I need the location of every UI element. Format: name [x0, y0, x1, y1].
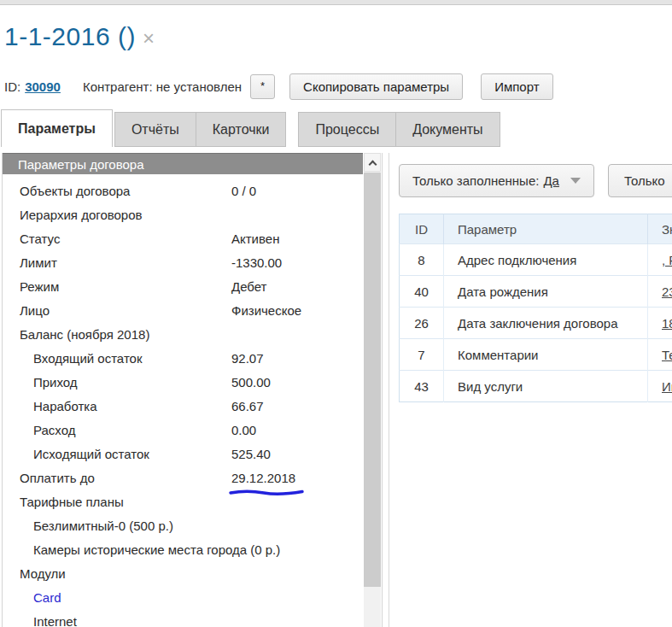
- param-label: Internet: [33, 610, 77, 627]
- param-row[interactable]: ЛицоФизическое: [3, 299, 382, 323]
- param-row[interactable]: Приход500.00: [3, 371, 382, 395]
- cell-value: Ин: [648, 371, 672, 402]
- cell-param: Дата рождения: [444, 276, 648, 308]
- cell-id: 7: [400, 339, 444, 371]
- cell-id: 40: [400, 276, 444, 308]
- col-header-id[interactable]: ID: [400, 214, 444, 244]
- scrollbar-thumb[interactable]: [364, 173, 381, 587]
- contract-page: 1-1-2016 () × ID: 30090 Контрагент: не у…: [0, 0, 672, 627]
- param-row[interactable]: Тарифные планы: [3, 490, 382, 514]
- param-row[interactable]: Иерархия договоров: [3, 203, 382, 227]
- param-value: 66.67: [231, 395, 264, 419]
- param-row[interactable]: Входящий остаток92.07: [3, 347, 382, 371]
- param-row[interactable]: Исходящий остаток525.40: [3, 442, 382, 466]
- chevron-up-icon: [368, 160, 377, 168]
- param-row[interactable]: Камеры исторические места города (0 р.): [3, 538, 382, 562]
- cell-value: Те: [648, 339, 672, 371]
- param-value: 500.00: [231, 371, 271, 395]
- tab-4[interactable]: Процессы: [298, 112, 396, 147]
- param-label: Камеры исторические места города (0 р.): [33, 538, 280, 562]
- cell-id: 8: [400, 244, 444, 276]
- close-icon[interactable]: ×: [143, 26, 155, 50]
- param-label: Расход: [33, 419, 75, 442]
- param-label: Лицо: [20, 299, 50, 323]
- table-row[interactable]: 8Адрес подключения, Р: [400, 244, 672, 276]
- tab-2[interactable]: Отчёты: [114, 112, 196, 147]
- param-value: Физическое: [231, 299, 301, 323]
- panel-header-selected-item[interactable]: Параметры договора: [3, 153, 363, 174]
- param-row[interactable]: Оплатить до29.12.2018: [3, 466, 382, 490]
- cell-id: 26: [400, 308, 444, 339]
- param-value: Активен: [231, 227, 279, 251]
- cell-value-link[interactable]: 18: [662, 316, 672, 331]
- param-list: Объекты договора0 / 0Иерархия договоровС…: [3, 174, 382, 627]
- param-label: Наработка: [33, 395, 97, 419]
- param-value: 0 / 0: [231, 179, 256, 203]
- cell-value: 18: [648, 308, 672, 339]
- tab-3[interactable]: Карточки: [196, 112, 287, 147]
- copy-params-button[interactable]: Скопировать параметры: [289, 73, 463, 100]
- tab-1[interactable]: Параметры: [1, 109, 113, 147]
- import-button[interactable]: Импорт: [481, 73, 552, 100]
- counterparty-star-button[interactable]: *: [250, 74, 275, 99]
- param-row[interactable]: РежимДебет: [3, 275, 382, 299]
- param-label[interactable]: Card: [33, 586, 61, 610]
- filter-filled-label: Только заполненные:: [412, 173, 539, 188]
- filter-second-dropdown[interactable]: Только: [608, 164, 672, 197]
- param-label: Оплатить до: [20, 466, 95, 490]
- header-controls: ID: 30090 Контрагент: не установлен * Ск…: [4, 73, 553, 100]
- param-row[interactable]: Наработка66.67: [3, 395, 382, 419]
- scrollbar-up-button[interactable]: [364, 153, 381, 172]
- tab-bar: ПараметрыОтчётыКарточкиПроцессыДокументы: [1, 109, 500, 147]
- param-row[interactable]: Internet: [3, 610, 382, 627]
- param-row[interactable]: Объекты договора0 / 0: [3, 179, 382, 203]
- col-header-value[interactable]: Зн: [648, 214, 672, 244]
- col-header-param[interactable]: Параметр: [444, 214, 648, 244]
- filter-filled-dropdown[interactable]: Только заполненные: Да: [399, 164, 594, 197]
- contract-id-link[interactable]: 30090: [25, 79, 61, 94]
- filter-filled-value: Да: [543, 173, 559, 188]
- tab-5[interactable]: Документы: [395, 112, 500, 147]
- param-row[interactable]: СтатусАктивен: [3, 227, 382, 251]
- param-label: Приход: [33, 371, 78, 395]
- module-link-row[interactable]: Card: [3, 586, 382, 610]
- param-label: Модули: [20, 562, 66, 586]
- param-row[interactable]: Лимит-1330.00: [3, 251, 382, 275]
- page-title: 1-1-2016 (): [4, 22, 136, 51]
- left-panel-scrollbar[interactable]: [364, 153, 381, 627]
- param-value: 29.12.2018: [231, 466, 295, 490]
- id-label: ID:: [4, 79, 20, 94]
- title-row: 1-1-2016 () ×: [4, 22, 155, 51]
- cell-value-link[interactable]: Те: [662, 348, 672, 362]
- table-row[interactable]: 40Дата рождения23: [400, 276, 672, 308]
- param-row[interactable]: Безлимитный-0 (500 р.): [3, 514, 382, 538]
- contract-params-panel: Параметры договора Объекты договора0 / 0…: [2, 153, 383, 627]
- param-row[interactable]: Баланс (ноября 2018): [3, 323, 382, 347]
- cell-param: Комментарии: [444, 339, 648, 371]
- counterparty-label: Контрагент: не установлен: [83, 79, 242, 94]
- param-value: 525.40: [231, 442, 271, 466]
- cell-param: Дата заключения договора: [444, 308, 648, 339]
- table-row[interactable]: 26Дата заключения договора18: [400, 308, 672, 339]
- cell-value: , Р: [648, 244, 672, 276]
- param-value: 0.00: [231, 419, 256, 442]
- param-label: Лимит: [20, 251, 57, 275]
- cell-value-link[interactable]: Ин: [662, 379, 672, 394]
- cell-value-link[interactable]: , Р: [662, 253, 672, 267]
- filter-row: Только заполненные: Да Только: [399, 164, 672, 197]
- param-label: Безлимитный-0 (500 р.): [33, 514, 173, 538]
- param-label: Иерархия договоров: [20, 203, 143, 227]
- param-label: Тарифные планы: [20, 490, 124, 514]
- param-label: Объекты договора: [20, 179, 130, 203]
- param-row[interactable]: Модули: [3, 562, 382, 586]
- param-label: Исходящий остаток: [33, 442, 149, 466]
- filter-second-label: Только: [624, 173, 665, 188]
- table-row[interactable]: 7КомментарииТе: [400, 339, 672, 371]
- cell-value: 23: [648, 276, 672, 308]
- table-row[interactable]: 43Вид услугиИн: [400, 371, 672, 402]
- param-row[interactable]: Расход0.00: [3, 419, 382, 442]
- param-value: -1330.00: [231, 251, 282, 275]
- cell-value-link[interactable]: 23: [662, 284, 672, 299]
- param-label: Баланс (ноября 2018): [20, 323, 149, 347]
- cell-param: Адрес подключения: [444, 244, 648, 276]
